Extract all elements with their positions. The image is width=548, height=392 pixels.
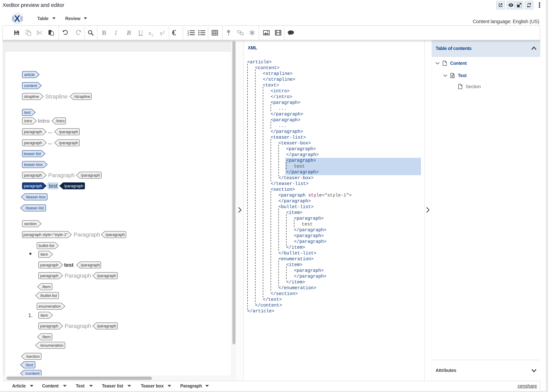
svg-text:teaser-list: teaser-list bbox=[24, 152, 41, 156]
svg-text:section: section bbox=[24, 222, 37, 226]
svg-text:/item: /item bbox=[42, 335, 51, 339]
svg-text:enumeration: enumeration bbox=[39, 304, 61, 308]
svg-text:teaser-box: teaser-box bbox=[24, 162, 43, 167]
svg-text:paragraph: paragraph bbox=[40, 263, 58, 267]
svg-text:strapline: strapline bbox=[24, 94, 39, 99]
svg-text:/teaser-list: /teaser-list bbox=[26, 206, 44, 210]
svg-text:intro: intro bbox=[24, 119, 32, 123]
svg-text:/paragraph: /paragraph bbox=[105, 232, 125, 237]
svg-text:/paragraph: /paragraph bbox=[81, 263, 100, 267]
svg-text:bullet-list: bullet-list bbox=[39, 243, 54, 248]
svg-text:/content: /content bbox=[25, 371, 40, 376]
svg-text:paragraph: paragraph bbox=[24, 184, 42, 188]
svg-text:3: 3 bbox=[187, 34, 189, 36]
svg-text:/item: /item bbox=[42, 285, 51, 289]
svg-text:/enumeration: /enumeration bbox=[40, 343, 63, 348]
svg-text:paragraph: paragraph bbox=[24, 130, 42, 134]
svg-text:/paragraph: /paragraph bbox=[97, 273, 116, 278]
svg-text:article: article bbox=[24, 72, 35, 77]
svg-text:/bullet-list: /bullet-list bbox=[40, 293, 57, 298]
svg-text:content: content bbox=[24, 84, 37, 88]
svg-text:/section: /section bbox=[26, 354, 40, 359]
svg-text:/paragraph: /paragraph bbox=[81, 173, 100, 178]
svg-text:/paragraph: /paragraph bbox=[59, 141, 78, 145]
svg-text:/teaser-box: /teaser-box bbox=[26, 195, 46, 199]
svg-text:item: item bbox=[41, 313, 48, 318]
svg-text:/strapline: /strapline bbox=[74, 94, 90, 99]
svg-text:/paragraph: /paragraph bbox=[64, 184, 83, 188]
svg-text:paragraph: paragraph bbox=[40, 324, 58, 328]
svg-text:paragraph style="style-1": paragraph style="style-1" bbox=[23, 232, 68, 237]
svg-text:paragraph: paragraph bbox=[24, 141, 42, 145]
svg-text:paragraph: paragraph bbox=[40, 273, 58, 278]
svg-text:/paragraph: /paragraph bbox=[59, 130, 78, 134]
svg-text:/intro: /intro bbox=[56, 119, 65, 123]
svg-text:item: item bbox=[41, 252, 48, 257]
svg-text:paragraph: paragraph bbox=[24, 173, 42, 178]
svg-text:text: text bbox=[24, 110, 31, 115]
svg-text:/text: /text bbox=[26, 363, 33, 367]
svg-text:/paragraph: /paragraph bbox=[97, 324, 116, 328]
